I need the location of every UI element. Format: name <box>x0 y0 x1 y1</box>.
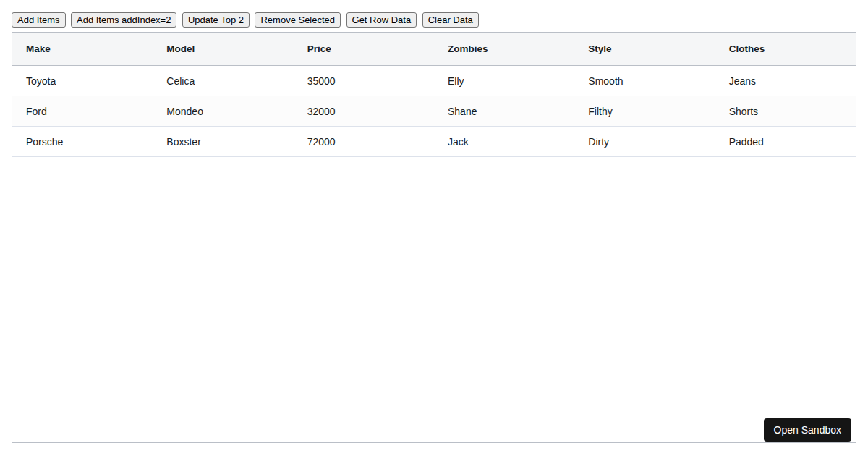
add-items-button[interactable]: Add Items <box>12 12 66 28</box>
cell-make: Ford <box>12 96 153 126</box>
cell-make: Porsche <box>12 127 153 156</box>
cell-clothes: Jeans <box>715 66 856 96</box>
cell-model: Celica <box>153 66 293 96</box>
page: Add Items Add Items addIndex=2 Update To… <box>0 0 868 443</box>
remove-selected-button[interactable]: Remove Selected <box>255 12 341 28</box>
cell-zombies: Elly <box>434 66 574 96</box>
update-top-2-button[interactable]: Update Top 2 <box>182 12 250 28</box>
table-row[interactable]: Toyota Celica 35000 Elly Smooth Jeans <box>12 66 856 96</box>
table-row[interactable]: Porsche Boxster 72000 Jack Dirty Padded <box>12 127 856 157</box>
cell-zombies: Shane <box>434 96 574 126</box>
cell-price: 35000 <box>294 66 434 96</box>
data-grid: Make Model Price Zombies Style Clothes T… <box>12 32 856 443</box>
grid-header-row: Make Model Price Zombies Style Clothes <box>12 33 856 66</box>
column-header-make[interactable]: Make <box>12 33 153 65</box>
cell-zombies: Jack <box>434 127 574 156</box>
cell-price: 72000 <box>294 127 434 156</box>
table-row[interactable]: Ford Mondeo 32000 Shane Filthy Shorts <box>12 96 856 127</box>
column-header-zombies[interactable]: Zombies <box>434 33 574 65</box>
cell-model: Boxster <box>153 127 293 156</box>
cell-style: Filthy <box>574 96 715 126</box>
column-header-price[interactable]: Price <box>294 33 434 65</box>
clear-data-button[interactable]: Clear Data <box>422 12 479 28</box>
cell-price: 32000 <box>294 96 434 126</box>
add-items-addindex-button[interactable]: Add Items addIndex=2 <box>71 12 176 28</box>
cell-model: Mondeo <box>153 96 293 126</box>
column-header-clothes[interactable]: Clothes <box>715 33 856 65</box>
get-row-data-button[interactable]: Get Row Data <box>346 12 417 28</box>
column-header-style[interactable]: Style <box>574 33 715 65</box>
cell-clothes: Padded <box>715 127 856 156</box>
cell-style: Dirty <box>574 127 715 156</box>
toolbar: Add Items Add Items addIndex=2 Update To… <box>12 12 856 28</box>
cell-style: Smooth <box>574 66 715 96</box>
cell-make: Toyota <box>12 66 153 96</box>
cell-clothes: Shorts <box>715 96 856 126</box>
column-header-model[interactable]: Model <box>153 33 293 65</box>
open-sandbox-button[interactable]: Open Sandbox <box>764 418 851 442</box>
